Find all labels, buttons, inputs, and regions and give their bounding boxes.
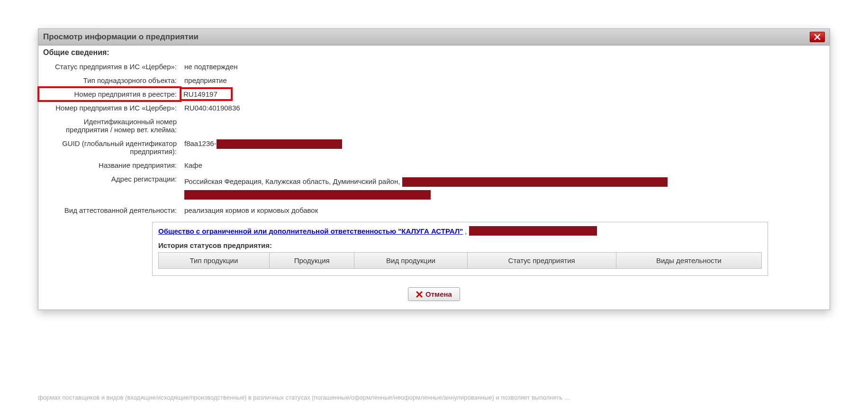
value-idnum [181,115,830,137]
value-regnum-cell: RU149197 [181,87,830,101]
close-icon [814,34,821,40]
row-guid: GUID (глобальный идентификатор предприят… [38,137,830,158]
info-table: Статус предприятия в ИС «Цербер»: не под… [38,60,830,217]
col-product: Продукция [269,253,354,269]
cancel-button[interactable]: Отмена [408,287,460,301]
label-cerbnum: Номер предприятия в ИС «Цербер»: [38,101,181,115]
redacted-org [469,226,597,236]
label-objtype: Тип поднадзорного объекта: [38,73,181,87]
col-activity-kinds: Виды деятельности [616,253,761,269]
redacted-guid [217,139,342,149]
value-regnum: RU149197 [181,88,232,100]
dialog-footer: Отмена [38,281,830,310]
label-name: Название предприятия: [38,158,181,172]
value-cerbnum: RU040:40190836 [181,101,830,115]
col-product-type: Тип продукции [159,253,270,269]
label-regnum: Номер предприятия в реестре: [38,87,181,101]
value-status: не подтвержден [181,60,830,73]
value-addr: Российская Федерация, Калужская область,… [181,172,830,203]
org-suffix: , [465,227,467,235]
label-guid: GUID (глобальный идентификатор предприят… [38,137,181,158]
row-cerbnum: Номер предприятия в ИС «Цербер»: RU040:4… [38,101,830,115]
row-activity: Вид аттестованной деятельности: реализац… [38,203,830,217]
row-name: Название предприятия: Кафе [38,158,830,172]
close-button[interactable] [810,32,825,42]
cancel-label: Отмена [425,290,452,298]
row-addr: Адрес регистрации: Российская Федерация,… [38,172,830,203]
dialog-title: Просмотр информации о предприятии [43,32,199,42]
cancel-icon [416,291,423,298]
org-history-panel: Общество с ограниченной или дополнительн… [152,222,768,276]
value-objtype: предприятие [181,73,830,87]
value-activity: реализация кормов и кормовых добавок [181,203,830,217]
label-idnum: Идентификационный номер предприятия / но… [38,115,181,137]
value-guid: f8aa1236- [181,137,830,158]
guid-prefix: f8aa1236- [184,139,217,147]
status-history-table: Тип продукции Продукция Вид продукции Ст… [158,252,762,269]
dialog-header: Просмотр информации о предприятии [38,29,830,46]
label-activity: Вид аттестованной деятельности: [38,203,181,217]
row-regnum: Номер предприятия в реестре: RU149197 [38,87,830,101]
row-idnum: Идентификационный номер предприятия / но… [38,115,830,137]
value-name: Кафе [181,158,830,172]
col-enterprise-status: Статус предприятия [467,253,616,269]
history-title: История статусов предприятия: [158,241,762,249]
organization-link[interactable]: Общество с ограниченной или дополнительн… [158,227,463,235]
redacted-addr-2 [184,190,431,200]
section-general-title: Общие сведения: [38,46,830,60]
org-link-row: Общество с ограниченной или дополнительн… [158,226,762,236]
label-status: Статус предприятия в ИС «Цербер»: [38,60,181,73]
addr-prefix: Российская Федерация, Калужская область,… [184,177,400,185]
enterprise-info-dialog: Просмотр информации о предприятии Общие … [38,28,830,310]
status-header-row: Тип продукции Продукция Вид продукции Ст… [159,253,762,269]
col-product-kind: Вид продукции [354,253,467,269]
label-addr: Адрес регистрации: [38,172,181,203]
row-status: Статус предприятия в ИС «Цербер»: не под… [38,60,830,73]
row-objtype: Тип поднадзорного объекта: предприятие [38,73,830,87]
redacted-addr-1 [402,177,668,187]
